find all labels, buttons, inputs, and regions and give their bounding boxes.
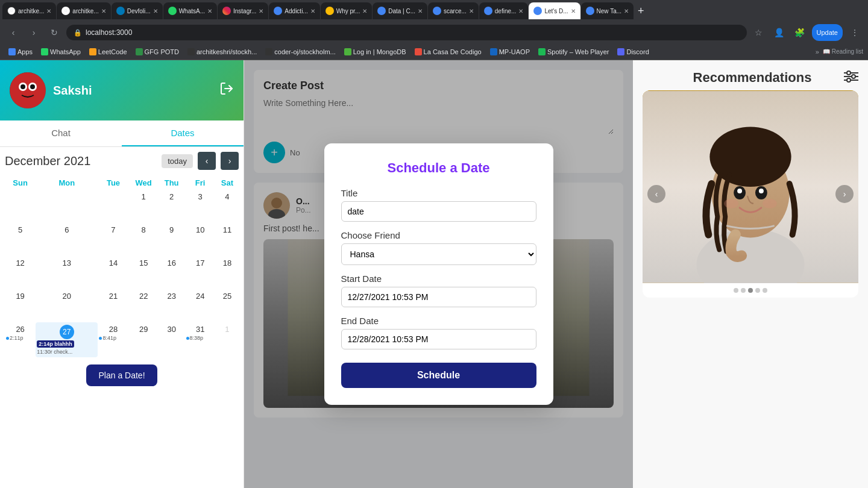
- cal-cell-28[interactable]: 28 8:41p: [98, 322, 128, 357]
- refresh-button[interactable]: ↻: [46, 24, 63, 41]
- profile-button[interactable]: 👤: [771, 24, 788, 41]
- rec-dot-4[interactable]: [755, 288, 760, 293]
- cal-cell-next1[interactable]: 1: [216, 322, 239, 357]
- cal-cell-29[interactable]: 29: [129, 322, 159, 357]
- bookmarks-button[interactable]: ☆: [750, 24, 767, 41]
- tab-close[interactable]: ✕: [571, 8, 576, 14]
- extensions-button[interactable]: 🧩: [791, 24, 808, 41]
- cal-cell-27[interactable]: 27 2:14p blahhh 11:30r check...: [36, 322, 98, 357]
- tab-close[interactable]: ✕: [259, 8, 263, 14]
- tab-instagram[interactable]: Instagr... ✕: [218, 2, 268, 19]
- tab-close[interactable]: ✕: [101, 8, 106, 14]
- bookmark-lacasa[interactable]: La Casa De Codigo: [411, 47, 485, 57]
- tab-devfoli[interactable]: Devfoli... ✕: [112, 2, 163, 19]
- tab-github2[interactable]: ⚙ architke... ✕: [57, 2, 110, 19]
- cal-cell[interactable]: 4: [216, 190, 239, 223]
- cal-cell[interactable]: 8: [129, 223, 159, 256]
- forward-button[interactable]: ›: [25, 24, 42, 41]
- cal-cell[interactable]: 15: [129, 256, 159, 289]
- tab-close[interactable]: ✕: [207, 8, 212, 14]
- cal-cell[interactable]: 14: [98, 256, 128, 289]
- rec-dot-3[interactable]: [748, 288, 753, 293]
- cal-cell[interactable]: 23: [159, 289, 185, 322]
- rec-dot-1[interactable]: [734, 288, 738, 293]
- tab-whatsapp[interactable]: WhatsA... ✕: [163, 2, 217, 19]
- cal-cell[interactable]: 2: [159, 190, 185, 223]
- dow-mon: Mon: [36, 176, 98, 190]
- cal-cell[interactable]: 16: [159, 256, 185, 289]
- tab-close[interactable]: ✕: [153, 8, 158, 14]
- friend-select[interactable]: Hansa Sakshi Other: [341, 243, 536, 265]
- tab-letsd[interactable]: Let's D... ✕: [529, 2, 580, 19]
- tab-addic[interactable]: Addicti... ✕: [269, 2, 319, 19]
- cal-cell[interactable]: 3: [185, 190, 216, 223]
- cal-cell[interactable]: 24: [185, 289, 216, 322]
- cal-cell[interactable]: 1: [129, 190, 159, 223]
- cal-cell[interactable]: 11: [216, 223, 239, 256]
- cal-cell[interactable]: 12: [5, 256, 36, 289]
- cal-cell[interactable]: 9: [159, 223, 185, 256]
- modal-overlay[interactable]: Schedule a Date Title Choose Friend Hans…: [244, 60, 633, 488]
- bookmark-spotify[interactable]: Spotify – Web Player: [535, 47, 613, 57]
- cal-cell[interactable]: 6: [36, 223, 98, 256]
- cal-cell-31[interactable]: 31 8:38p: [185, 322, 216, 357]
- filter-button[interactable]: [844, 70, 858, 86]
- start-date-input[interactable]: [341, 287, 536, 307]
- cal-cell[interactable]: 18: [216, 256, 239, 289]
- cal-cell[interactable]: 7: [98, 223, 128, 256]
- tab-close[interactable]: ✕: [624, 8, 629, 14]
- tab-chat[interactable]: Chat: [0, 120, 122, 146]
- tab-close[interactable]: ✕: [469, 8, 474, 14]
- rec-next-button[interactable]: ›: [835, 185, 854, 203]
- bookmark-mongodb[interactable]: Log in | MongoDB: [341, 47, 410, 57]
- tab-close[interactable]: ✕: [418, 8, 423, 14]
- cal-cell[interactable]: 10: [185, 223, 216, 256]
- menu-button[interactable]: ⋮: [846, 24, 863, 41]
- rec-dot-2[interactable]: [741, 288, 746, 293]
- bookmark-apps[interactable]: Apps: [5, 47, 36, 57]
- prev-month-button[interactable]: ‹: [198, 152, 216, 170]
- tab-data[interactable]: Data | C... ✕: [373, 2, 427, 19]
- bookmark-mpuaop[interactable]: MP-UAOP: [486, 47, 533, 57]
- new-tab-button[interactable]: +: [634, 5, 648, 17]
- next-month-button[interactable]: ›: [221, 152, 239, 170]
- cal-cell[interactable]: 20: [36, 289, 98, 322]
- cal-cell[interactable]: 17: [185, 256, 216, 289]
- tab-newta[interactable]: New Ta... ✕: [581, 2, 634, 19]
- bookmark-github1[interactable]: architkeshri/stockh...: [184, 47, 260, 57]
- plan-date-button[interactable]: Plan a Date!: [86, 364, 157, 386]
- cal-cell[interactable]: 25: [216, 289, 239, 322]
- cal-cell[interactable]: 5: [5, 223, 36, 256]
- address-bar[interactable]: 🔒 localhost:3000: [66, 25, 747, 40]
- calendar-row: 5 6 7 8 9 10 11: [5, 223, 239, 256]
- logout-button[interactable]: [219, 81, 234, 99]
- back-button[interactable]: ‹: [5, 24, 22, 41]
- bookmark-gfg[interactable]: GFG POTD: [132, 47, 183, 57]
- rec-dot-5[interactable]: [763, 288, 767, 293]
- cal-cell[interactable]: 19: [5, 289, 36, 322]
- cal-cell[interactable]: 13: [36, 256, 98, 289]
- tab-close[interactable]: ✕: [310, 8, 315, 14]
- bookmark-leetcode[interactable]: LeetCode: [86, 47, 131, 57]
- tab-github1[interactable]: ⚙ architke... ✕: [2, 2, 56, 19]
- tab-scarce[interactable]: scarce... ✕: [428, 2, 479, 19]
- cal-cell-26[interactable]: 26 2:11p: [5, 322, 36, 357]
- bookmark-discord[interactable]: Discord: [614, 47, 652, 57]
- cal-cell[interactable]: 22: [129, 289, 159, 322]
- cal-cell-30[interactable]: 30: [159, 322, 185, 357]
- title-input[interactable]: [341, 201, 536, 222]
- tab-close[interactable]: ✕: [518, 8, 523, 14]
- tab-define[interactable]: define... ✕: [479, 2, 529, 19]
- end-date-input[interactable]: [341, 329, 536, 349]
- today-button[interactable]: today: [162, 154, 193, 168]
- rec-prev-button[interactable]: ‹: [647, 185, 665, 203]
- bookmark-coder[interactable]: coder-oj/stockholm...: [262, 47, 339, 57]
- tab-dates[interactable]: Dates: [122, 120, 244, 146]
- bookmark-whatsapp[interactable]: WhatsApp: [37, 47, 84, 57]
- tab-close[interactable]: ✕: [362, 8, 367, 14]
- schedule-button[interactable]: Schedule: [341, 363, 536, 388]
- cal-cell[interactable]: 21: [98, 289, 128, 322]
- update-button[interactable]: Update: [812, 24, 843, 41]
- tab-close[interactable]: ✕: [46, 8, 51, 14]
- tab-why[interactable]: Why pr... ✕: [321, 2, 372, 19]
